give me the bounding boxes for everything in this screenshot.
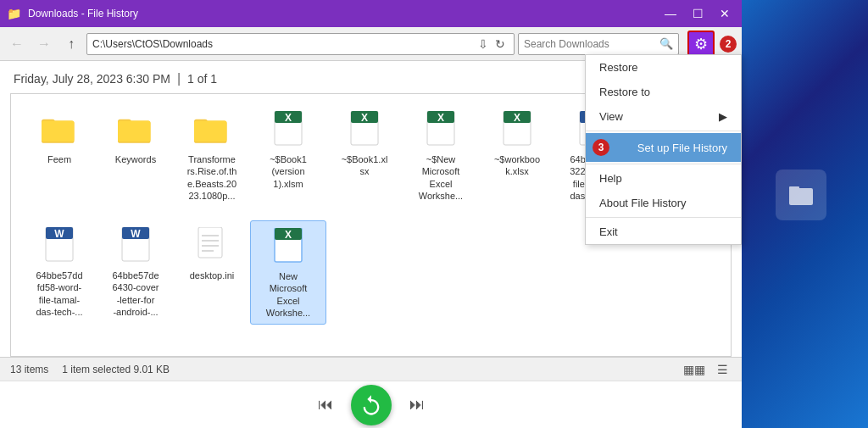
dropdown-restore-to[interactable]: Restore to bbox=[586, 80, 741, 104]
excel-icon-1: X bbox=[268, 109, 309, 150]
svg-text:X: X bbox=[285, 112, 292, 124]
file-name-keywords: Keywords bbox=[115, 153, 156, 165]
large-icons-view-button[interactable]: ▦▦ bbox=[680, 361, 709, 378]
search-input[interactable] bbox=[524, 38, 659, 50]
svg-text:X: X bbox=[285, 229, 292, 241]
restore-icon bbox=[359, 393, 383, 417]
excel-icon-2: X bbox=[344, 109, 385, 150]
file-item-desktop-ini[interactable]: desktop.ini bbox=[174, 220, 250, 325]
file-item-word-3[interactable]: W 64bbe57ddfd58-word-file-tamal-das-tech… bbox=[21, 220, 97, 325]
file-item-book1-xlsx[interactable]: X ~$Book1.xlsx bbox=[326, 104, 403, 207]
dropdown-exit[interactable]: Exit bbox=[586, 220, 741, 244]
file-item-new-excel[interactable]: X ~$NewMicrosoftExcelWorkshe... bbox=[403, 104, 479, 207]
excel-icon-4: X bbox=[497, 109, 537, 150]
title-bar: 📁 Downloads - File History — ☐ ✕ bbox=[0, 0, 742, 27]
svg-text:X: X bbox=[437, 112, 444, 124]
selected-info: 1 item selected 9.01 KB bbox=[62, 364, 170, 375]
svg-rect-1 bbox=[789, 186, 799, 190]
word-icon-4: W bbox=[115, 225, 156, 266]
dropdown-restore[interactable]: Restore bbox=[586, 55, 741, 80]
view-label: View bbox=[599, 110, 623, 123]
window-title: Downloads - File History bbox=[28, 8, 654, 19]
exit-label: Exit bbox=[599, 225, 618, 238]
list-view-button[interactable]: ☰ bbox=[714, 361, 732, 378]
back-button[interactable]: ← bbox=[5, 32, 29, 56]
gear-badge: 2 bbox=[720, 36, 737, 53]
restore-label: Restore bbox=[599, 61, 638, 74]
svg-rect-0 bbox=[789, 188, 813, 205]
file-name-feem: Feem bbox=[47, 153, 71, 165]
dropdown-help[interactable]: Help bbox=[586, 166, 741, 191]
file-name-new-excel-selected: NewMicrosoftExcelWorkshe... bbox=[266, 270, 310, 319]
file-item-workbook[interactable]: X ~$workbook.xlsx bbox=[479, 104, 555, 207]
search-bar[interactable]: 🔍 bbox=[518, 33, 679, 55]
restore-button[interactable] bbox=[351, 385, 392, 425]
refresh-icon[interactable]: ⇩ bbox=[475, 37, 492, 51]
dropdown-setup[interactable]: 3 Set up File History bbox=[586, 133, 741, 162]
header-divider: | bbox=[177, 71, 181, 86]
nav-controls: ⏮ ⏭ bbox=[0, 381, 742, 428]
about-label: About File History bbox=[599, 197, 687, 209]
close-button[interactable]: ✕ bbox=[715, 3, 735, 24]
search-icon[interactable]: 🔍 bbox=[659, 37, 673, 50]
up-button[interactable]: ↑ bbox=[59, 32, 83, 56]
settings-gear-button[interactable]: ⚙ bbox=[687, 31, 715, 58]
file-item-word-4[interactable]: W 64bbe57de6430-cover-letter-for-android… bbox=[97, 220, 174, 325]
dropdown-about[interactable]: About File History bbox=[586, 191, 741, 215]
svg-rect-4 bbox=[42, 121, 75, 142]
view-controls: ▦▦ ☰ bbox=[680, 361, 732, 378]
file-item-feem[interactable]: Feem bbox=[21, 104, 97, 207]
file-item-keywords[interactable]: Keywords bbox=[97, 104, 174, 207]
last-button[interactable]: ⏭ bbox=[402, 390, 432, 420]
file-name-word-3: 64bbe57ddfd58-word-file-tamal-das-tech-.… bbox=[36, 270, 82, 318]
desktop-icon bbox=[776, 170, 826, 220]
svg-text:X: X bbox=[514, 112, 520, 124]
svg-text:W: W bbox=[131, 228, 141, 240]
first-button[interactable]: ⏮ bbox=[310, 390, 341, 420]
dropdown-separator-3 bbox=[586, 217, 741, 218]
file-name-new-excel: ~$NewMicrosoftExcelWorkshe... bbox=[419, 153, 463, 202]
restore-to-label: Restore to bbox=[599, 86, 650, 98]
excel-icon-selected: X bbox=[268, 226, 309, 267]
window-icon: 📁 bbox=[7, 7, 21, 20]
minimize-button[interactable]: — bbox=[660, 3, 681, 24]
address-text: C:\Users\CtOS\Downloads bbox=[92, 38, 475, 50]
svg-text:X: X bbox=[361, 112, 368, 124]
dropdown-separator-1 bbox=[586, 131, 741, 131]
dropdown-view[interactable]: View ▶ bbox=[586, 104, 741, 129]
forward-button[interactable]: → bbox=[32, 32, 56, 56]
desktop-background bbox=[742, 0, 868, 428]
svg-rect-35 bbox=[198, 227, 222, 258]
page-info: 1 of 1 bbox=[187, 72, 217, 86]
dropdown-menu: Restore Restore to View ▶ 3 Set up File … bbox=[585, 54, 742, 245]
file-name-book1-version: ~$Book1(version1).xlsm bbox=[270, 153, 307, 190]
file-name-transformers: Transformers.Rise.of.the.Beasts.2023.108… bbox=[187, 153, 237, 202]
folder-icon-keywords bbox=[115, 109, 156, 150]
file-name-book1-xlsx: ~$Book1.xlsx bbox=[342, 153, 388, 178]
svg-rect-10 bbox=[194, 121, 227, 142]
svg-rect-7 bbox=[118, 121, 151, 142]
status-bar: 13 items 1 item selected 9.01 KB ▦▦ ☰ bbox=[0, 357, 742, 381]
excel-icon-3: X bbox=[420, 109, 461, 150]
help-label: Help bbox=[599, 172, 622, 185]
date-text: Friday, July 28, 2023 6:30 PM bbox=[14, 72, 170, 86]
file-name-word-4: 64bbe57de6430-cover-letter-for-android-.… bbox=[112, 270, 159, 318]
folder-icon-transformers bbox=[192, 109, 232, 150]
word-icon-3: W bbox=[39, 225, 80, 266]
file-item-transformers[interactable]: Transformers.Rise.of.the.Beasts.2023.108… bbox=[174, 104, 250, 207]
file-name-desktop-ini: desktop.ini bbox=[190, 270, 235, 281]
address-bar[interactable]: C:\Users\CtOS\Downloads ⇩ ↻ bbox=[86, 33, 515, 55]
file-item-book1-version[interactable]: X ~$Book1(version1).xlsm bbox=[250, 104, 326, 207]
view-arrow-icon: ▶ bbox=[719, 110, 727, 123]
refresh-button[interactable]: ↻ bbox=[492, 37, 509, 51]
file-name-workbook: ~$workbook.xlsx bbox=[494, 153, 540, 178]
setup-badge: 3 bbox=[593, 139, 609, 156]
maximize-button[interactable]: ☐ bbox=[687, 3, 708, 24]
ini-icon bbox=[192, 225, 232, 266]
file-item-new-excel-selected[interactable]: X NewMicrosoftExcelWorkshe... bbox=[250, 220, 326, 325]
folder-icon-feem bbox=[39, 109, 80, 150]
svg-text:W: W bbox=[54, 228, 64, 240]
dropdown-separator-2 bbox=[586, 164, 741, 164]
setup-label: Set up File History bbox=[637, 142, 727, 154]
items-count: 13 items bbox=[10, 364, 48, 375]
